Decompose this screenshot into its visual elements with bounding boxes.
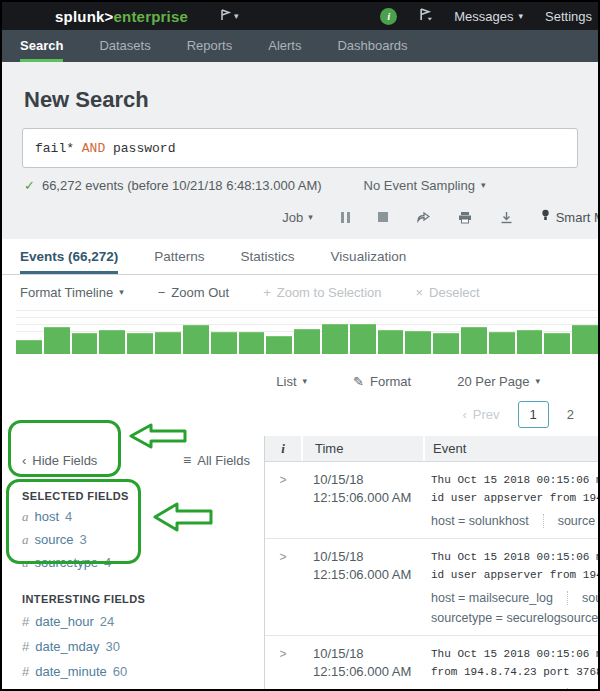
timeline-bar[interactable] [155,332,181,354]
expand-row-button[interactable]: > [265,471,301,528]
export-button[interactable] [500,211,513,224]
event-field-host[interactable]: host = mailsecure_log [431,591,553,605]
event-count-status[interactable]: 66,272 events (before 10/21/18 6:48:13.0… [42,178,322,193]
nav-tab-reports[interactable]: Reports [187,30,233,62]
logo-product-text: enterprise [114,8,189,25]
activity-flag-icon [220,7,232,25]
all-fields-label: All Fields [197,453,250,468]
zoom-out-button[interactable]: −Zoom Out [158,285,229,300]
job-dropdown[interactable]: Job▾ [282,210,313,225]
field-sourcetype[interactable]: asourcetype4 [22,555,264,571]
download-icon [500,211,513,224]
pause-button[interactable] [341,212,350,223]
timeline-bar[interactable] [239,332,265,354]
timeline-bar[interactable] [211,332,237,354]
stop-icon [378,212,388,222]
timeline-bar[interactable] [489,332,515,354]
event-raw-text: from 194.8.74.23 port 3768 [431,663,598,681]
activity-flag-icon-2[interactable] [419,8,432,24]
expand-row-button[interactable]: > [265,548,301,625]
field-date-minute[interactable]: #date_minute60 [22,664,264,680]
field-count: 60 [113,664,127,679]
page-2-button[interactable]: 2 [567,407,574,422]
settings-label: Settings [545,9,592,24]
top-bar: splunk>enterprise ▾ i Messages▾ Settings [2,2,598,30]
settings-menu[interactable]: Settings [545,9,592,24]
prev-page-button[interactable]: ‹Prev [462,407,499,422]
field-date-mday[interactable]: #date_mday30 [22,639,264,655]
nav-tab-dashboards[interactable]: Dashboards [337,30,407,62]
sampling-label: No Event Sampling [364,178,475,193]
events-timeline-chart [16,308,598,360]
tab-events[interactable]: Events (66,272) [20,239,118,274]
timeline-bar[interactable] [44,327,70,354]
timeline-bar[interactable] [266,336,292,354]
info-icon[interactable]: i [380,8,397,25]
timeline-bar[interactable] [461,327,487,354]
cross-icon: × [416,285,424,300]
expand-row-button[interactable]: > [265,645,301,691]
event-column-header[interactable]: Event [423,436,598,461]
messages-menu[interactable]: Messages▾ [454,9,523,24]
timeline-bar[interactable] [99,330,125,354]
timeline-bar[interactable] [544,333,570,354]
zoom-to-selection-button[interactable]: +Zoom to Selection [263,285,381,300]
hide-fields-button[interactable]: ‹Hide Fields [22,452,97,468]
timeline-bar[interactable] [322,324,348,354]
field-date-hour[interactable]: #date_hour24 [22,614,264,630]
chevron-left-icon: ‹ [22,453,26,468]
time-column-header[interactable]: Time [301,436,423,461]
all-fields-button[interactable]: ≡All Fields [183,452,250,468]
splunk-logo[interactable]: splunk>enterprise [55,8,188,25]
chevron-down-icon: ▾ [535,377,540,386]
event-raw-text: id user appserver from 194 [431,566,598,584]
tab-patterns[interactable]: Patterns [154,239,204,274]
timeline-bar[interactable] [378,330,404,354]
list-dropdown[interactable]: List▾ [276,374,307,389]
print-button[interactable] [458,211,472,224]
timeline-bar[interactable] [72,333,98,354]
event-field-source[interactable]: source = [543,514,598,528]
timeline-bar[interactable] [127,333,153,354]
event-sampling-dropdown[interactable]: No Event Sampling▾ [364,178,486,193]
smart-mode-label: Smart Mo [556,210,598,225]
info-column-header: i [265,441,301,457]
event-field-source[interactable]: sou [567,591,598,605]
print-icon [458,211,472,224]
event-field-sourcetype[interactable]: sourcetype = securelogsource [431,611,598,625]
timeline-bar[interactable] [16,340,42,354]
field-source[interactable]: asource3 [22,532,264,548]
hide-fields-label: Hide Fields [32,453,97,468]
field-count: 30 [106,639,120,654]
nav-tab-alerts[interactable]: Alerts [268,30,301,62]
timeline-bar[interactable] [517,330,543,354]
nav-tab-search[interactable]: Search [20,30,63,62]
format-button[interactable]: ✎Format [353,374,411,389]
search-mode-dropdown[interactable]: Smart Mo [541,209,598,225]
tab-statistics[interactable]: Statistics [241,239,295,274]
stop-button[interactable] [378,212,388,222]
timeline-bar[interactable] [433,333,459,354]
activity-menu[interactable]: ▾ [220,7,239,25]
tab-visualization[interactable]: Visualization [331,239,407,274]
per-page-dropdown[interactable]: 20 Per Page▾ [457,374,540,389]
timeline-bars [16,320,598,354]
event-field-host[interactable]: host = solunkhost [431,514,529,528]
timeline-bar[interactable] [405,331,431,354]
field-name: date_mday [35,639,99,654]
format-timeline-dropdown[interactable]: Format Timeline▾ [20,285,124,300]
field-host[interactable]: ahost4 [22,509,264,525]
page-1-button[interactable]: 1 [518,401,549,428]
share-button[interactable] [416,211,430,223]
deselect-button[interactable]: ×Deselect [416,285,480,300]
timeline-bar[interactable] [294,329,320,354]
search-input[interactable]: fail* AND password [22,128,578,168]
timeline-bar[interactable] [183,325,209,354]
plus-icon: + [263,285,271,300]
nav-tab-datasets[interactable]: Datasets [99,30,150,62]
field-name: host [35,509,60,524]
pause-icon [341,212,350,223]
timeline-bar[interactable] [350,324,376,354]
timeline-bar[interactable] [572,325,598,354]
chevron-down-icon: ▾ [308,213,313,222]
